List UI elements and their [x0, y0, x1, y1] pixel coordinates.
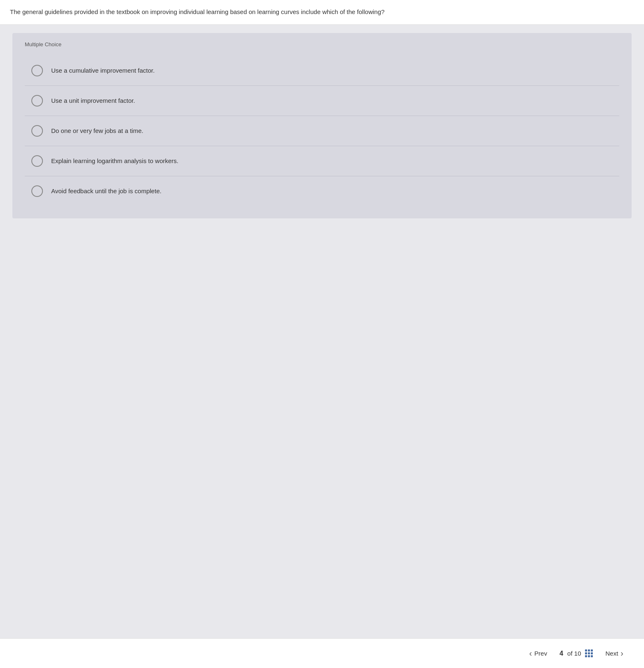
grid-dot-1	[585, 649, 587, 651]
grid-dot-3	[591, 649, 593, 651]
question-text: The general guidelines provided in the t…	[10, 8, 385, 15]
content-spacer	[12, 227, 632, 630]
prev-label: Prev	[534, 650, 547, 657]
grid-dot-6	[591, 652, 593, 654]
option-d-text: Explain learning logarithm analysis to w…	[51, 156, 178, 165]
question-card: Multiple Choice Use a cumulative improve…	[12, 33, 632, 218]
grid-dot-2	[588, 649, 590, 651]
option-c[interactable]: Do one or very few jobs at a time.	[25, 116, 619, 146]
option-b-text: Use a unit improvement factor.	[51, 96, 135, 105]
radio-a[interactable]	[31, 65, 43, 76]
chevron-left-icon	[529, 649, 532, 658]
next-label: Next	[605, 650, 618, 657]
of-label: of 10	[567, 650, 581, 657]
option-d[interactable]: Explain learning logarithm analysis to w…	[25, 146, 619, 176]
grid-dot-7	[585, 655, 587, 657]
radio-d[interactable]	[31, 155, 43, 167]
option-e-text: Avoid feedback until the job is complete…	[51, 187, 161, 195]
option-a-text: Use a cumulative improvement factor.	[51, 66, 155, 75]
page-indicator: 4 of 10	[559, 649, 593, 657]
footer-nav: Prev 4 of 10 Next	[0, 638, 644, 668]
grid-menu-icon[interactable]	[585, 649, 593, 657]
question-header: The general guidelines provided in the t…	[0, 0, 644, 25]
options-list: Use a cumulative improvement factor. Use…	[25, 56, 619, 206]
main-content: Multiple Choice Use a cumulative improve…	[0, 25, 644, 639]
radio-b[interactable]	[31, 95, 43, 107]
question-type-label: Multiple Choice	[25, 41, 619, 47]
chevron-right-icon	[620, 649, 623, 658]
next-button[interactable]: Next	[601, 646, 627, 661]
prev-button[interactable]: Prev	[525, 646, 552, 661]
grid-dot-8	[588, 655, 590, 657]
option-a[interactable]: Use a cumulative improvement factor.	[25, 56, 619, 86]
current-page: 4	[559, 650, 563, 657]
option-c-text: Do one or very few jobs at a time.	[51, 126, 143, 135]
grid-dot-9	[591, 655, 593, 657]
grid-dot-4	[585, 652, 587, 654]
option-b[interactable]: Use a unit improvement factor.	[25, 86, 619, 116]
radio-e[interactable]	[31, 185, 43, 197]
radio-c[interactable]	[31, 125, 43, 137]
grid-dot-5	[588, 652, 590, 654]
option-e[interactable]: Avoid feedback until the job is complete…	[25, 176, 619, 206]
